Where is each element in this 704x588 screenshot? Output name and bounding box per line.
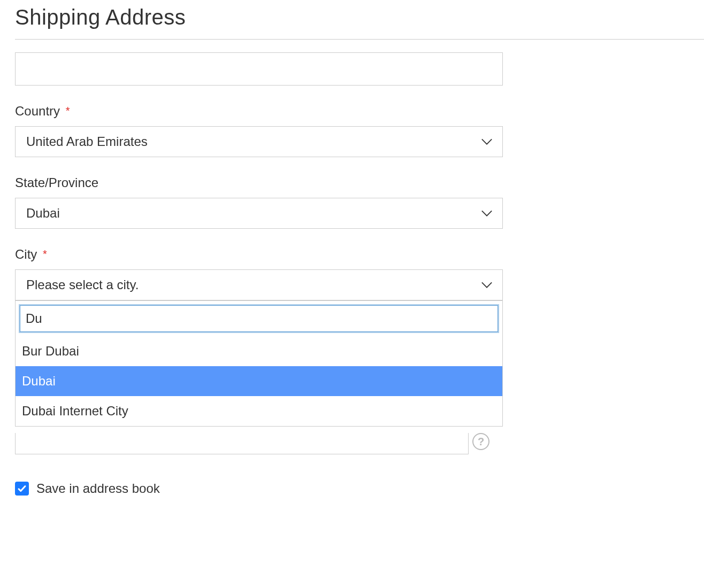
- state-label: State/Province: [15, 175, 503, 190]
- city-option[interactable]: Bur Dubai: [16, 336, 502, 366]
- chevron-down-icon: [481, 138, 493, 145]
- city-label-text: City: [15, 247, 37, 261]
- check-icon: [17, 484, 27, 493]
- country-label-text: Country: [15, 104, 60, 118]
- country-label: Country *: [15, 104, 503, 119]
- city-label: City *: [15, 247, 503, 262]
- country-value: United Arab Emirates: [26, 134, 148, 149]
- state-select[interactable]: Dubai: [15, 198, 503, 229]
- city-search-input[interactable]: [20, 305, 498, 332]
- page-title: Shipping Address: [15, 5, 704, 29]
- city-option[interactable]: Dubai Internet City: [16, 396, 502, 426]
- city-dropdown: Bur Dubai Dubai Dubai Internet City: [15, 300, 503, 427]
- city-option[interactable]: Dubai: [16, 366, 502, 396]
- state-label-text: State/Province: [15, 175, 98, 190]
- underlying-field[interactable]: ?: [15, 433, 469, 454]
- top-input[interactable]: [15, 52, 503, 86]
- state-value: Dubai: [26, 206, 60, 221]
- required-star: *: [43, 248, 47, 260]
- required-star: *: [66, 105, 70, 117]
- city-placeholder: Please select a city.: [26, 277, 139, 292]
- city-select[interactable]: Please select a city.: [15, 269, 503, 300]
- chevron-down-icon: [481, 210, 493, 217]
- save-address-label: Save in address book: [36, 481, 160, 496]
- heading-divider: [15, 39, 704, 40]
- chevron-down-icon: [481, 281, 493, 289]
- help-icon[interactable]: ?: [472, 433, 489, 450]
- country-select[interactable]: United Arab Emirates: [15, 126, 503, 157]
- save-address-checkbox[interactable]: [15, 482, 29, 496]
